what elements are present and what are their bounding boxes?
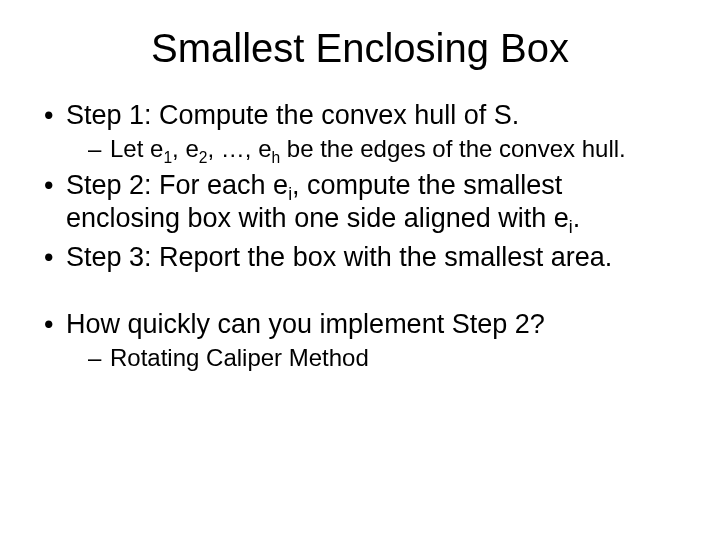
- t2: , e: [172, 135, 199, 162]
- t5: Step 2: For each e: [66, 170, 288, 200]
- subbullet-edges: Let e1, e2, …, eh be the edges of the co…: [66, 134, 680, 163]
- bullet-step1: Step 1: Compute the convex hull of S. Le…: [40, 99, 680, 163]
- sublist-step1: Let e1, e2, …, eh be the edges of the co…: [66, 134, 680, 163]
- bullet-step1-text: Step 1: Compute the convex hull of S.: [66, 100, 519, 130]
- slide-title: Smallest Enclosing Box: [40, 26, 680, 71]
- t7: .: [573, 203, 581, 233]
- sub-h: h: [271, 149, 280, 166]
- subbullet-rotating-caliper-text: Rotating Caliper Method: [110, 344, 369, 371]
- subbullet-rotating-caliper: Rotating Caliper Method: [66, 343, 680, 372]
- t1: Let e: [110, 135, 163, 162]
- bullet-step3-text: Step 3: Report the box with the smallest…: [66, 242, 612, 272]
- bullet-question: How quickly can you implement Step 2? Ro…: [40, 308, 680, 372]
- slide: Smallest Enclosing Box Step 1: Compute t…: [0, 0, 720, 540]
- bullet-list: Step 1: Compute the convex hull of S. Le…: [40, 99, 680, 372]
- bullet-step3: Step 3: Report the box with the smallest…: [40, 241, 680, 274]
- sublist-question: Rotating Caliper Method: [66, 343, 680, 372]
- bullet-step2: Step 2: For each ei, compute the smalles…: [40, 169, 680, 235]
- t4: be the edges of the convex hull.: [280, 135, 626, 162]
- bullet-question-text: How quickly can you implement Step 2?: [66, 309, 545, 339]
- t3: , …, e: [207, 135, 271, 162]
- sub-1: 1: [163, 149, 172, 166]
- spacer: [40, 280, 680, 308]
